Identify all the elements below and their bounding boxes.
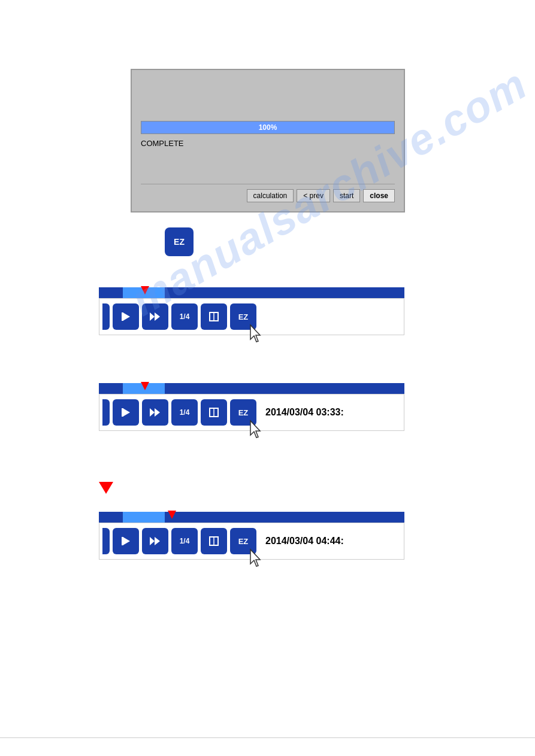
- svg-marker-0: [123, 312, 130, 321]
- player-section-3: 1/4 EZ 2014/03/04 04:44:: [99, 512, 404, 560]
- ez-button-2[interactable]: EZ: [230, 399, 256, 426]
- play-button-1[interactable]: [113, 303, 139, 330]
- prev-button[interactable]: < prev: [297, 189, 330, 202]
- dialog-buttons-row: calculation < prev start close: [141, 184, 395, 202]
- ez-label-3: EZ: [238, 537, 249, 546]
- timeline-bar-1: [99, 287, 404, 298]
- quarter-button-3[interactable]: 1/4: [171, 528, 198, 554]
- progress-bar-container: 100%: [141, 121, 395, 134]
- dialog-top-area: [141, 79, 395, 115]
- ez-icon-label: EZ: [174, 237, 185, 247]
- left-partial-btn-1: [102, 303, 110, 330]
- expand-button-1[interactable]: [201, 303, 227, 330]
- bottom-divider: [0, 737, 535, 738]
- svg-marker-10: [155, 408, 160, 417]
- cursor-1: [248, 324, 265, 343]
- svg-marker-13: [250, 421, 260, 438]
- complete-status-text: COMPLETE: [141, 139, 395, 148]
- dialog-middle-area: [141, 148, 395, 178]
- timeline-red-marker-1: [141, 286, 149, 294]
- expand-button-2[interactable]: [201, 399, 227, 426]
- cursor-3: [248, 548, 265, 567]
- progress-bar-fill: 100%: [141, 122, 394, 133]
- ez-label-1: EZ: [238, 312, 249, 321]
- timeline-red-marker-3: [168, 511, 176, 519]
- svg-marker-14: [123, 537, 130, 545]
- ez-button-1[interactable]: EZ: [230, 303, 256, 330]
- left-partial-btn-2: [102, 399, 110, 426]
- ez-button-3[interactable]: EZ: [230, 528, 256, 554]
- calculation-button[interactable]: calculation: [247, 189, 294, 202]
- controls-row-1: 1/4 EZ: [99, 298, 404, 335]
- timestamp-2: 2014/03/04 03:33:: [265, 407, 344, 418]
- quarter-button-2[interactable]: 1/4: [171, 399, 198, 426]
- fast-forward-button-3[interactable]: [142, 528, 168, 554]
- svg-rect-1: [122, 312, 123, 321]
- svg-marker-7: [123, 408, 130, 417]
- quarter-label-2: 1/4: [180, 408, 190, 417]
- cursor-2: [248, 420, 265, 439]
- close-button[interactable]: close: [363, 189, 395, 202]
- player-section-2: 1/4 EZ 2014/03/04 03:33:: [99, 383, 404, 431]
- ez-icon-standalone[interactable]: EZ: [165, 227, 194, 256]
- start-button[interactable]: start: [333, 189, 360, 202]
- player-section-1: 1/4 EZ: [99, 287, 404, 335]
- left-partial-btn-3: [102, 528, 110, 554]
- timeline-bar-2: [99, 383, 404, 394]
- timeline-blue-segment-3: [123, 512, 165, 523]
- svg-marker-6: [250, 325, 260, 342]
- quarter-label-3: 1/4: [180, 537, 190, 545]
- svg-marker-20: [250, 549, 260, 566]
- ez-label-2: EZ: [238, 408, 249, 417]
- svg-rect-15: [122, 537, 123, 545]
- svg-marker-3: [155, 312, 160, 321]
- play-button-3[interactable]: [113, 528, 139, 554]
- controls-row-2: 1/4 EZ 2014/03/04 03:33:: [99, 394, 404, 431]
- fast-forward-button-1[interactable]: [142, 303, 168, 330]
- progress-percent-label: 100%: [259, 123, 277, 132]
- quarter-label-1: 1/4: [180, 312, 190, 321]
- svg-marker-9: [150, 408, 155, 417]
- dialog-box: 100% COMPLETE calculation < prev start c…: [131, 69, 405, 212]
- fast-forward-button-2[interactable]: [142, 399, 168, 426]
- svg-marker-16: [150, 537, 155, 545]
- quarter-button-1[interactable]: 1/4: [171, 303, 198, 330]
- timeline-red-marker-2: [141, 382, 149, 390]
- timeline-bar-3: [99, 512, 404, 523]
- red-arrow-marker: [99, 482, 113, 494]
- controls-row-3: 1/4 EZ 2014/03/04 04:44:: [99, 523, 404, 560]
- play-button-2[interactable]: [113, 399, 139, 426]
- svg-rect-8: [122, 408, 123, 417]
- svg-marker-2: [150, 312, 155, 321]
- expand-button-3[interactable]: [201, 528, 227, 554]
- svg-marker-17: [155, 537, 160, 545]
- timestamp-3: 2014/03/04 04:44:: [265, 536, 344, 546]
